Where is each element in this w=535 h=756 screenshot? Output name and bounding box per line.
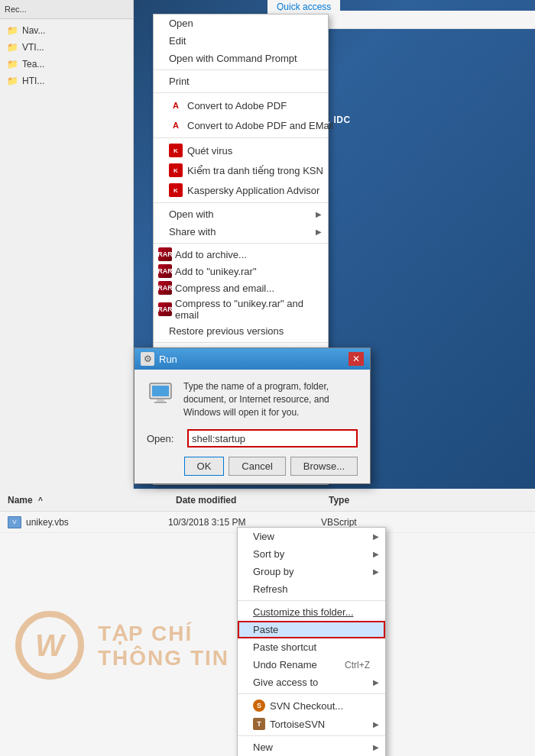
vbs-file-icon: V: [8, 516, 21, 528]
col-type-header[interactable]: Type: [329, 495, 405, 506]
ctx2-view-label: View: [253, 531, 274, 542]
ctx2-group-by[interactable]: Group by ▶: [238, 563, 385, 580]
run-title-label: Run: [159, 354, 177, 365]
ctx2-paste-shortcut-label: Paste shortcut: [253, 641, 316, 653]
ctx-quet-virus[interactable]: K Quét virus: [154, 141, 328, 160]
winrar-icon-2: RAR: [158, 264, 172, 278]
sidebar-item-nav[interactable]: 📁 Nav...: [0, 22, 133, 39]
sidebar-folder-icon: 📁: [6, 24, 18, 37]
ctx2-paste[interactable]: Paste: [238, 621, 385, 638]
run-titlebar: ⚙ Run ✕: [135, 348, 370, 370]
ctx2-customize[interactable]: Customize this folder...: [238, 603, 385, 621]
sidebar-item-label-1: VTI...: [22, 42, 44, 53]
ctx-add-archive-label: Add to archive...: [175, 249, 247, 260]
ctx2-sep-2: [238, 693, 385, 694]
ctx-sep-4: [154, 202, 328, 203]
ctx2-group-by-arrow: ▶: [373, 567, 379, 576]
file-name: unikey.vbs: [26, 517, 69, 528]
winrar-icon-3: RAR: [158, 281, 172, 295]
file-name-cell: V unikey.vbs: [8, 516, 168, 528]
ctx2-paste-shortcut[interactable]: Paste shortcut: [238, 638, 385, 656]
ctx-sep-2: [154, 92, 328, 93]
ctx-edit-label: Edit: [169, 35, 186, 47]
ctx-share-with-label: Share with: [169, 226, 216, 237]
sidebar-item-hti[interactable]: 📁 HTI...: [0, 73, 133, 89]
kaspersky-icon-2: K: [169, 163, 183, 177]
ctx-compress-email[interactable]: RAR Compress and email...: [154, 279, 328, 296]
col-date-header[interactable]: Date modified: [176, 495, 329, 506]
ctx-share-with[interactable]: Share with ▶: [154, 223, 328, 241]
ctx2-tortoisesvn-label: TortoiseSVN: [270, 719, 325, 730]
svg-rect-3: [154, 402, 167, 403]
run-dialog: ⚙ Run ✕ Type the name of a program, fold…: [134, 347, 371, 484]
run-top-section: Type the name of a program, folder, docu…: [147, 380, 358, 418]
ctx2-view[interactable]: View ▶: [238, 528, 385, 545]
ctx-compress-email-label: Compress and email...: [175, 283, 274, 294]
ctx-convert-pdf[interactable]: A Convert to Adobe PDF: [154, 95, 328, 115]
ctx-open[interactable]: Open: [154, 15, 328, 32]
adobe-icon-2: A: [169, 118, 183, 132]
run-ok-button[interactable]: OK: [184, 457, 225, 476]
sidebar-item-label-2: Tea...: [22, 59, 44, 69]
ctx-open-with[interactable]: Open with ▶: [154, 205, 328, 223]
ctx-kiem-tra-label: Kiểm tra danh tiếng trong KSN: [187, 165, 323, 176]
winrar-icon-1: RAR: [158, 247, 172, 261]
run-browse-button[interactable]: Browse...: [290, 457, 358, 476]
ctx2-refresh[interactable]: Refresh: [238, 580, 385, 598]
ctx-compress-unikey-email[interactable]: RAR Compress to "unikey.rar" and email: [154, 296, 328, 322]
ctx2-give-access[interactable]: Give access to ▶: [238, 674, 385, 691]
ctx-kiem-tra[interactable]: K Kiểm tra danh tiếng trong KSN: [154, 160, 328, 180]
run-body: Type the name of a program, folder, docu…: [135, 370, 370, 483]
winrar-icon-4: RAR: [158, 302, 172, 316]
explorer-sidebar: Rec... 📁 Nav... 📁 VTI... 📁 Tea... 📁 HTI.…: [0, 0, 134, 489]
ctx-open-cmd[interactable]: Open with Command Prompt: [154, 50, 328, 67]
ctx2-refresh-label: Refresh: [253, 583, 288, 595]
svn-icon: S: [253, 699, 265, 712]
ctx2-undo-rename[interactable]: Undo Rename Ctrl+Z: [238, 656, 385, 674]
ctx2-tortoisesvn-arrow: ▶: [373, 720, 379, 729]
run-cancel-button[interactable]: Cancel: [229, 457, 285, 476]
ctx2-group-by-label: Group by: [253, 566, 293, 577]
ctx-print-label: Print: [169, 76, 190, 87]
ctx2-view-arrow: ▶: [373, 532, 379, 541]
ctx-share-with-arrow: ▶: [316, 228, 322, 236]
ctx-restore-versions-label: Restore previous versions: [169, 325, 284, 337]
ctx2-svn-checkout[interactable]: S SVN Checkout...: [238, 696, 385, 715]
ctx2-sort-by[interactable]: Sort by ▶: [238, 545, 385, 563]
sidebar-item-vti[interactable]: 📁 VTI...: [0, 39, 133, 56]
ctx-edit[interactable]: Edit: [154, 32, 328, 50]
ctx-add-unikey[interactable]: RAR Add to "unikey.rar": [154, 263, 328, 279]
sidebar-item-label-0: Nav...: [22, 25, 45, 36]
ctx-add-unikey-label: Add to "unikey.rar": [175, 266, 257, 277]
run-title-left: ⚙ Run: [141, 352, 177, 366]
file-date-cell: 10/3/2018 3:15 PM: [168, 517, 321, 528]
ctx-sep-1: [154, 69, 328, 70]
run-input[interactable]: [187, 429, 358, 447]
ctx-open-with-arrow: ▶: [316, 210, 322, 218]
ctx-convert-pdf-email[interactable]: A Convert to Adobe PDF and EMail: [154, 115, 328, 135]
ctx2-customize-label: Customize this folder...: [253, 606, 354, 618]
run-open-label: Open:: [147, 433, 181, 444]
ctx-convert-pdf-email-label: Convert to Adobe PDF and EMail: [187, 120, 334, 131]
sidebar-folder-icon-2: 📁: [6, 58, 18, 70]
explorer-sidebar-top: Rec...: [0, 0, 133, 19]
ctx-open-with-label: Open with: [169, 208, 214, 220]
ctx-open-label: Open: [169, 18, 193, 29]
run-open-row: Open:: [147, 429, 358, 447]
ctx-add-archive[interactable]: RAR Add to archive...: [154, 246, 328, 263]
ctx2-new[interactable]: New ▶: [238, 738, 385, 756]
ctx-restore-versions[interactable]: Restore previous versions: [154, 322, 328, 340]
ctx2-tortoisesvn[interactable]: T TortoiseSVN ▶: [238, 715, 385, 733]
ctx-print[interactable]: Print: [154, 73, 328, 90]
kaspersky-icon-3: K: [169, 183, 183, 197]
run-close-button[interactable]: ✕: [349, 352, 364, 366]
ctx-kaspersky-advisor-label: Kaspersky Application Advisor: [187, 185, 319, 196]
ctx-quet-virus-label: Quét virus: [187, 145, 232, 157]
ctx-kaspersky-advisor[interactable]: K Kaspersky Application Advisor: [154, 180, 328, 200]
file-explorer-header: Name ^ Date modified Type: [0, 489, 535, 512]
ctx2-sort-by-label: Sort by: [253, 548, 284, 560]
sidebar-folder-icon-1: 📁: [6, 41, 18, 53]
col-name-header[interactable]: Name ^: [8, 495, 176, 506]
svg-rect-2: [157, 399, 164, 402]
sidebar-item-tea[interactable]: 📁 Tea...: [0, 56, 133, 73]
